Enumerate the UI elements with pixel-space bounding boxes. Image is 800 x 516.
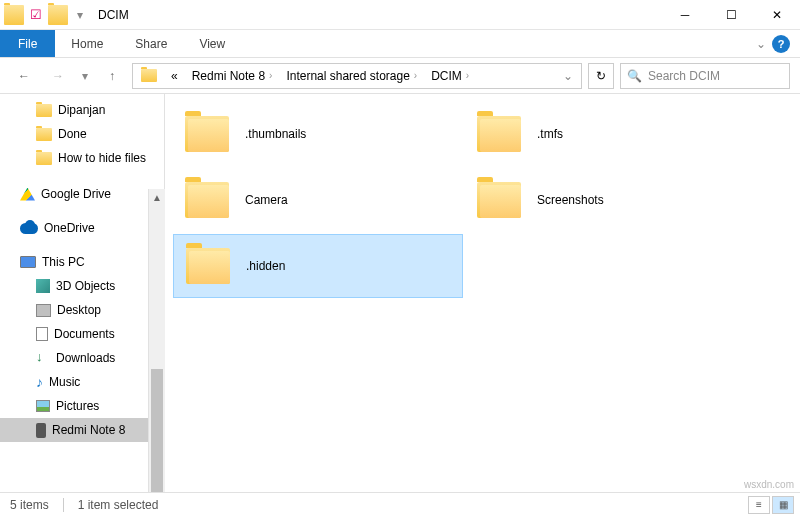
cube-icon [36,279,50,293]
breadcrumb-root[interactable] [135,64,163,88]
sidebar-item-how-to-hide-files[interactable]: How to hide files [0,146,164,170]
qa-properties-icon[interactable]: ☑ [26,5,46,25]
recent-dropdown-icon[interactable]: ▾ [78,62,92,90]
folder-label: .thumbnails [245,127,306,141]
sidebar-item-this-pc[interactable]: This PC [0,250,164,274]
folder-icon [185,116,229,152]
sidebar-item-onedrive[interactable]: OneDrive [0,216,164,240]
scrollbar-thumb[interactable] [151,369,163,488]
sidebar-item-label: Done [58,127,87,141]
sidebar-item-downloads[interactable]: Downloads [0,346,164,370]
sidebar-item-label: Downloads [56,351,115,365]
breadcrumb-item[interactable]: Internal shared storage› [280,64,423,88]
sidebar-item-music[interactable]: Music [0,370,164,394]
ribbon-tabs: File Home Share View ⌄ ? [0,30,800,58]
app-folder-icon [4,5,24,25]
folder-icon [477,116,521,152]
sidebar-item-label: Pictures [56,399,99,413]
folder-icon [36,128,52,141]
sidebar-item-label: OneDrive [44,221,95,235]
sidebar-item-label: Documents [54,327,115,341]
doc-icon [36,327,48,341]
sidebar-item-label: Google Drive [41,187,111,201]
address-bar: ← → ▾ ↑ « Redmi Note 8› Internal shared … [0,58,800,94]
details-view-button[interactable]: ≡ [748,496,770,514]
disk-icon [36,304,51,317]
folder-label: Screenshots [537,193,604,207]
gd-icon [20,188,35,201]
breadcrumb-dropdown-icon[interactable]: ⌄ [557,69,579,83]
window-title: DCIM [94,8,133,22]
search-placeholder: Search DCIM [648,69,720,83]
item-count: 5 items [10,498,49,512]
scroll-up-icon[interactable]: ▲ [149,189,165,206]
maximize-button[interactable]: ☐ [708,0,754,30]
od-icon [20,223,38,234]
sidebar-item-label: Redmi Note 8 [52,423,125,437]
folder-icon [186,248,230,284]
up-button[interactable]: ↑ [98,62,126,90]
icons-view-button[interactable]: ▦ [772,496,794,514]
sidebar-item-dipanjan[interactable]: Dipanjan [0,98,164,122]
folder-label: Camera [245,193,288,207]
sidebar-item-pictures[interactable]: Pictures [0,394,164,418]
music-icon [36,374,43,390]
title-bar: ☑ ▾ DCIM ─ ☐ ✕ [0,0,800,30]
folder-item[interactable]: Screenshots [465,168,755,232]
folder-icon [36,104,52,117]
sidebar-item-documents[interactable]: Documents [0,322,164,346]
sidebar-item-label: How to hide files [58,151,146,165]
content-area: .thumbnails.tmfsCameraScreenshots.hidden [165,94,800,488]
sidebar-item-3d-objects[interactable]: 3D Objects [0,274,164,298]
sidebar-item-done[interactable]: Done [0,122,164,146]
breadcrumb-item[interactable]: Redmi Note 8› [186,64,279,88]
expand-ribbon-icon[interactable]: ⌄ [756,37,766,51]
search-input[interactable]: 🔍 Search DCIM [620,63,790,89]
dl-icon [36,351,50,365]
folder-item[interactable]: Camera [173,168,463,232]
tab-view[interactable]: View [183,30,241,57]
folder-item[interactable]: .thumbnails [173,102,463,166]
pc-icon [20,256,36,268]
folder-item[interactable]: .hidden [173,234,463,298]
folder-icon [477,182,521,218]
tab-home[interactable]: Home [55,30,119,57]
forward-button[interactable]: → [44,62,72,90]
folder-icon [36,152,52,165]
sidebar: DipanjanDoneHow to hide filesGoogle Driv… [0,94,165,488]
sidebar-item-label: 3D Objects [56,279,115,293]
sidebar-item-label: Dipanjan [58,103,105,117]
sidebar-item-label: Desktop [57,303,101,317]
sidebar-item-desktop[interactable]: Desktop [0,298,164,322]
sidebar-item-label: This PC [42,255,85,269]
status-bar: 5 items 1 item selected ≡ ▦ [0,492,800,516]
refresh-button[interactable]: ↻ [588,63,614,89]
breadcrumb-item[interactable]: DCIM› [425,64,475,88]
folder-item[interactable]: .tmfs [465,102,755,166]
minimize-button[interactable]: ─ [662,0,708,30]
help-icon[interactable]: ? [772,35,790,53]
folder-label: .hidden [246,259,285,273]
tab-share[interactable]: Share [119,30,183,57]
qa-new-folder-icon[interactable] [48,5,68,25]
back-button[interactable]: ← [10,62,38,90]
sidebar-item-google-drive[interactable]: Google Drive [0,182,164,206]
phone-icon [36,423,46,438]
file-tab[interactable]: File [0,30,55,57]
breadcrumb-prefix[interactable]: « [165,64,184,88]
sidebar-item-label: Music [49,375,80,389]
search-icon: 🔍 [627,69,642,83]
watermark: wsxdn.com [744,479,794,490]
qa-dropdown-icon[interactable]: ▾ [70,5,90,25]
folder-label: .tmfs [537,127,563,141]
folder-icon [185,182,229,218]
pic-icon [36,400,50,412]
selection-count: 1 item selected [78,498,159,512]
folder-icon [141,69,157,82]
breadcrumb[interactable]: « Redmi Note 8› Internal shared storage›… [132,63,582,89]
sidebar-item-redmi-note-8[interactable]: Redmi Note 8 [0,418,164,442]
close-button[interactable]: ✕ [754,0,800,30]
